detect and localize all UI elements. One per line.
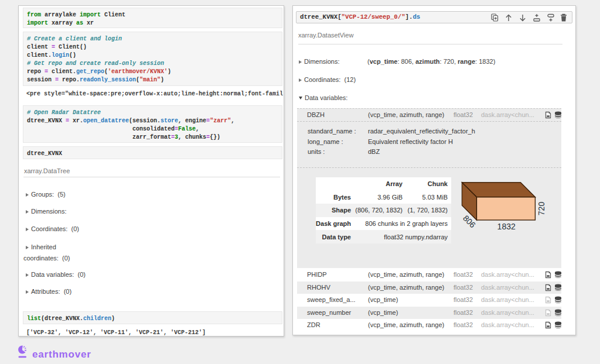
svg-text:720: 720 xyxy=(537,202,546,216)
svg-text:1832: 1832 xyxy=(497,222,516,231)
svg-text:earthmover: earthmover xyxy=(32,349,91,360)
